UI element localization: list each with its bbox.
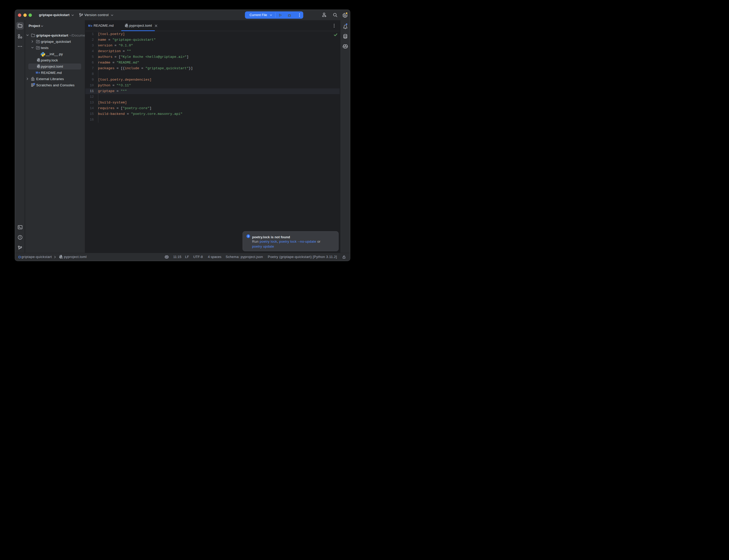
- svg-text:M: M: [36, 71, 38, 74]
- svg-text:M: M: [88, 24, 90, 27]
